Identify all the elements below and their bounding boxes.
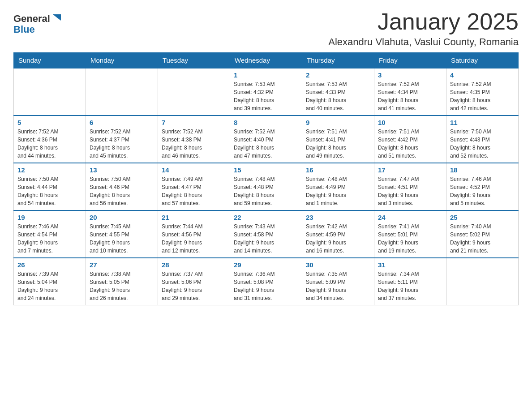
location-title: Alexandru Vlahuta, Vaslui County, Romani… — [328, 36, 519, 48]
day-number: 22 — [234, 214, 298, 221]
day-number: 3 — [378, 71, 442, 79]
day-info: Sunrise: 7:52 AM Sunset: 4:38 PM Dayligh… — [162, 128, 226, 160]
day-number: 6 — [90, 119, 154, 126]
day-number: 30 — [306, 261, 370, 269]
calendar-cell: 8Sunrise: 7:52 AM Sunset: 4:40 PM Daylig… — [230, 116, 302, 163]
calendar-cell: 17Sunrise: 7:47 AM Sunset: 4:51 PM Dayli… — [374, 163, 446, 210]
calendar-cell — [14, 68, 86, 116]
month-title: January 2025 — [328, 9, 519, 34]
day-number: 25 — [450, 214, 515, 221]
day-number: 19 — [17, 214, 82, 221]
day-number: 14 — [162, 166, 226, 174]
calendar-header-friday: Friday — [374, 53, 446, 68]
calendar-cell: 30Sunrise: 7:35 AM Sunset: 5:09 PM Dayli… — [302, 258, 374, 305]
day-info: Sunrise: 7:52 AM Sunset: 4:40 PM Dayligh… — [234, 128, 298, 160]
day-number: 11 — [450, 119, 515, 126]
day-info: Sunrise: 7:41 AM Sunset: 5:01 PM Dayligh… — [378, 223, 442, 255]
calendar-cell: 26Sunrise: 7:39 AM Sunset: 5:04 PM Dayli… — [14, 258, 86, 305]
day-number: 10 — [378, 119, 442, 126]
day-number: 24 — [378, 214, 442, 221]
calendar-table: SundayMondayTuesdayWednesdayThursdayFrid… — [13, 52, 519, 305]
svg-marker-0 — [53, 14, 61, 21]
page-header: General Blue January 2025 Alexandru Vlah… — [13, 9, 519, 48]
day-info: Sunrise: 7:53 AM Sunset: 4:32 PM Dayligh… — [234, 80, 298, 112]
day-info: Sunrise: 7:48 AM Sunset: 4:48 PM Dayligh… — [234, 175, 298, 207]
calendar-cell: 1Sunrise: 7:53 AM Sunset: 4:32 PM Daylig… — [230, 68, 302, 116]
day-info: Sunrise: 7:45 AM Sunset: 4:55 PM Dayligh… — [90, 223, 154, 255]
day-info: Sunrise: 7:43 AM Sunset: 4:58 PM Dayligh… — [234, 223, 298, 255]
calendar-cell: 29Sunrise: 7:36 AM Sunset: 5:08 PM Dayli… — [230, 258, 302, 305]
day-number: 31 — [378, 261, 442, 269]
calendar-cell: 18Sunrise: 7:46 AM Sunset: 4:52 PM Dayli… — [446, 163, 519, 210]
calendar-cell: 14Sunrise: 7:49 AM Sunset: 4:47 PM Dayli… — [158, 163, 230, 210]
day-info: Sunrise: 7:40 AM Sunset: 5:02 PM Dayligh… — [450, 223, 515, 255]
day-number: 15 — [234, 166, 298, 174]
day-info: Sunrise: 7:53 AM Sunset: 4:33 PM Dayligh… — [306, 80, 370, 112]
calendar-cell: 21Sunrise: 7:44 AM Sunset: 4:56 PM Dayli… — [158, 210, 230, 258]
calendar-cell: 27Sunrise: 7:38 AM Sunset: 5:05 PM Dayli… — [86, 258, 158, 305]
day-number: 8 — [234, 119, 298, 126]
calendar-cell: 23Sunrise: 7:42 AM Sunset: 4:59 PM Dayli… — [302, 210, 374, 258]
day-number: 4 — [450, 71, 515, 79]
calendar-cell — [86, 68, 158, 116]
day-info: Sunrise: 7:52 AM Sunset: 4:34 PM Dayligh… — [378, 80, 442, 112]
calendar-cell: 5Sunrise: 7:52 AM Sunset: 4:36 PM Daylig… — [14, 116, 86, 163]
logo: General Blue — [13, 13, 64, 35]
day-number: 28 — [162, 261, 226, 269]
calendar-cell: 28Sunrise: 7:37 AM Sunset: 5:06 PM Dayli… — [158, 258, 230, 305]
logo-general-text: General — [13, 13, 50, 24]
day-number: 16 — [306, 166, 370, 174]
day-info: Sunrise: 7:51 AM Sunset: 4:42 PM Dayligh… — [378, 128, 442, 160]
day-number: 7 — [162, 119, 226, 126]
day-number: 13 — [90, 166, 154, 174]
calendar-cell: 20Sunrise: 7:45 AM Sunset: 4:55 PM Dayli… — [86, 210, 158, 258]
calendar-cell: 13Sunrise: 7:50 AM Sunset: 4:46 PM Dayli… — [86, 163, 158, 210]
day-info: Sunrise: 7:44 AM Sunset: 4:56 PM Dayligh… — [162, 223, 226, 255]
day-number: 12 — [17, 166, 82, 174]
calendar-week-row: 19Sunrise: 7:46 AM Sunset: 4:54 PM Dayli… — [14, 210, 519, 258]
calendar-cell: 2Sunrise: 7:53 AM Sunset: 4:33 PM Daylig… — [302, 68, 374, 116]
calendar-cell: 31Sunrise: 7:34 AM Sunset: 5:11 PM Dayli… — [374, 258, 446, 305]
calendar-cell: 11Sunrise: 7:50 AM Sunset: 4:43 PM Dayli… — [446, 116, 519, 163]
calendar-cell: 15Sunrise: 7:48 AM Sunset: 4:48 PM Dayli… — [230, 163, 302, 210]
calendar-week-row: 12Sunrise: 7:50 AM Sunset: 4:44 PM Dayli… — [14, 163, 519, 210]
day-info: Sunrise: 7:42 AM Sunset: 4:59 PM Dayligh… — [306, 223, 370, 255]
day-info: Sunrise: 7:50 AM Sunset: 4:46 PM Dayligh… — [90, 175, 154, 207]
calendar-cell: 4Sunrise: 7:52 AM Sunset: 4:35 PM Daylig… — [446, 68, 519, 116]
calendar-cell: 16Sunrise: 7:48 AM Sunset: 4:49 PM Dayli… — [302, 163, 374, 210]
calendar-cell: 10Sunrise: 7:51 AM Sunset: 4:42 PM Dayli… — [374, 116, 446, 163]
calendar-header-monday: Monday — [86, 53, 158, 68]
day-info: Sunrise: 7:52 AM Sunset: 4:36 PM Dayligh… — [17, 128, 82, 160]
day-info: Sunrise: 7:46 AM Sunset: 4:54 PM Dayligh… — [17, 223, 82, 255]
calendar-header-row: SundayMondayTuesdayWednesdayThursdayFrid… — [14, 53, 519, 68]
day-info: Sunrise: 7:37 AM Sunset: 5:06 PM Dayligh… — [162, 270, 226, 302]
day-number: 2 — [306, 71, 370, 79]
day-info: Sunrise: 7:50 AM Sunset: 4:43 PM Dayligh… — [450, 128, 515, 160]
day-number: 1 — [234, 71, 298, 79]
calendar-cell: 24Sunrise: 7:41 AM Sunset: 5:01 PM Dayli… — [374, 210, 446, 258]
calendar-header-tuesday: Tuesday — [158, 53, 230, 68]
calendar-cell: 12Sunrise: 7:50 AM Sunset: 4:44 PM Dayli… — [14, 163, 86, 210]
calendar-week-row: 5Sunrise: 7:52 AM Sunset: 4:36 PM Daylig… — [14, 116, 519, 163]
day-number: 29 — [234, 261, 298, 269]
calendar-cell: 6Sunrise: 7:52 AM Sunset: 4:37 PM Daylig… — [86, 116, 158, 163]
day-info: Sunrise: 7:34 AM Sunset: 5:11 PM Dayligh… — [378, 270, 442, 302]
logo-arrow-icon — [51, 12, 64, 24]
day-info: Sunrise: 7:39 AM Sunset: 5:04 PM Dayligh… — [17, 270, 82, 302]
calendar-cell: 19Sunrise: 7:46 AM Sunset: 4:54 PM Dayli… — [14, 210, 86, 258]
day-number: 18 — [450, 166, 515, 174]
day-info: Sunrise: 7:35 AM Sunset: 5:09 PM Dayligh… — [306, 270, 370, 302]
day-number: 9 — [306, 119, 370, 126]
day-info: Sunrise: 7:47 AM Sunset: 4:51 PM Dayligh… — [378, 175, 442, 207]
day-number: 26 — [17, 261, 82, 269]
calendar-header-wednesday: Wednesday — [230, 53, 302, 68]
day-info: Sunrise: 7:48 AM Sunset: 4:49 PM Dayligh… — [306, 175, 370, 207]
calendar-cell: 22Sunrise: 7:43 AM Sunset: 4:58 PM Dayli… — [230, 210, 302, 258]
calendar-header-saturday: Saturday — [446, 53, 519, 68]
day-number: 27 — [90, 261, 154, 269]
calendar-cell: 25Sunrise: 7:40 AM Sunset: 5:02 PM Dayli… — [446, 210, 519, 258]
title-block: January 2025 Alexandru Vlahuta, Vaslui C… — [328, 9, 519, 48]
calendar-week-row: 1Sunrise: 7:53 AM Sunset: 4:32 PM Daylig… — [14, 68, 519, 116]
day-info: Sunrise: 7:52 AM Sunset: 4:37 PM Dayligh… — [90, 128, 154, 160]
day-info: Sunrise: 7:52 AM Sunset: 4:35 PM Dayligh… — [450, 80, 515, 112]
